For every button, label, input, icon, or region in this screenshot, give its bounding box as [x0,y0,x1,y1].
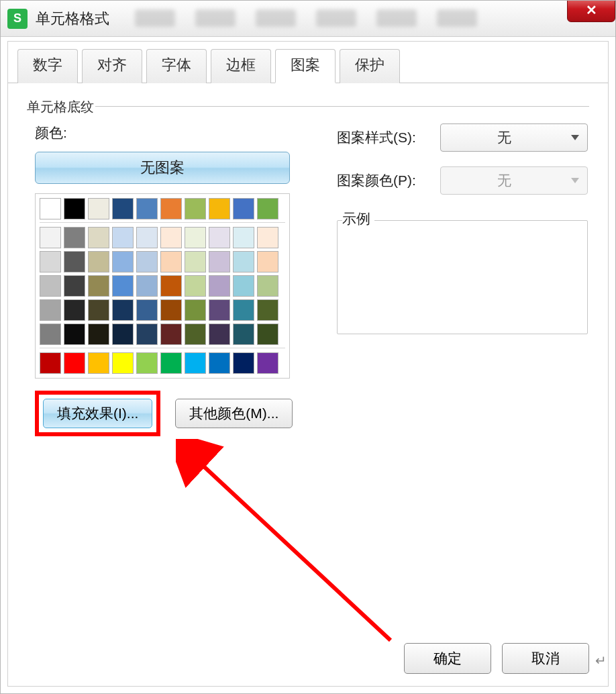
cancel-button[interactable]: 取消 [502,643,589,674]
color-swatch[interactable] [112,352,134,374]
color-swatch[interactable] [209,227,230,248]
no-pattern-label: 无图案 [140,158,185,178]
color-swatch[interactable] [136,227,158,248]
color-swatch[interactable] [64,324,85,345]
color-swatch[interactable] [136,251,158,272]
window-title: 单元格格式 [36,9,109,29]
color-swatch[interactable] [40,299,61,321]
color-swatch[interactable] [136,324,158,345]
fill-effects-label: 填充效果(I)... [57,404,138,423]
color-swatch[interactable] [209,251,230,272]
color-swatch[interactable] [88,299,109,321]
color-swatch[interactable] [88,275,109,297]
dialog-footer: 确定 取消 [404,643,589,674]
color-swatch[interactable] [185,324,206,345]
color-swatch[interactable] [136,198,158,219]
color-swatch[interactable] [233,251,254,272]
color-swatch[interactable] [257,275,278,297]
color-swatch[interactable] [233,198,254,219]
color-swatch[interactable] [88,198,109,219]
color-swatch[interactable] [185,275,206,297]
pattern-style-dropdown[interactable]: 无 [440,123,588,152]
tab-align[interactable]: 对齐 [82,49,142,83]
color-swatch[interactable] [88,324,109,345]
more-colors-button[interactable]: 其他颜色(M)... [175,399,293,428]
color-swatch[interactable] [160,299,182,321]
color-swatch[interactable] [64,251,85,272]
color-swatch[interactable] [185,227,206,248]
color-swatch[interactable] [160,352,182,374]
no-pattern-button[interactable]: 无图案 [35,152,290,184]
color-swatch[interactable] [185,198,206,219]
color-swatch[interactable] [88,227,109,248]
color-swatch[interactable] [233,324,254,345]
color-swatch[interactable] [136,299,158,321]
pattern-color-value: 无 [497,171,511,190]
color-swatch[interactable] [40,251,61,272]
color-swatch[interactable] [257,198,278,219]
color-swatch[interactable] [40,275,61,297]
color-swatch[interactable] [112,299,134,321]
color-swatch[interactable] [40,227,61,248]
left-column: 颜色: 无图案 填充效果(I)... [35,123,323,436]
tab-pattern[interactable]: 图案 [275,49,336,83]
titlebar: S 单元格格式 ✕ [1,1,615,37]
tab-font[interactable]: 字体 [146,49,207,83]
color-swatch[interactable] [209,352,230,374]
color-swatch[interactable] [40,324,61,345]
color-swatch[interactable] [209,198,230,219]
tab-protect[interactable]: 保护 [340,49,400,83]
color-swatch[interactable] [112,227,134,248]
tab-border[interactable]: 边框 [211,49,271,83]
color-swatch[interactable] [209,324,230,345]
color-swatch[interactable] [64,198,85,219]
color-swatch[interactable] [257,324,278,345]
color-swatch[interactable] [185,251,206,272]
more-colors-label: 其他颜色(M)... [189,404,278,423]
ok-button[interactable]: 确定 [404,643,491,674]
color-swatch[interactable] [40,352,61,374]
color-swatch[interactable] [64,275,85,297]
color-swatch[interactable] [233,299,254,321]
background-blur-toolbar [135,5,555,32]
tab-number[interactable]: 数字 [17,49,78,83]
color-swatch[interactable] [40,198,61,219]
color-swatch[interactable] [257,352,278,374]
color-swatch[interactable] [160,275,182,297]
svg-line-1 [196,459,391,640]
color-swatch[interactable] [257,251,278,272]
pattern-color-dropdown: 无 [440,166,588,195]
color-swatch[interactable] [160,251,182,272]
color-swatch[interactable] [112,275,134,297]
color-swatch[interactable] [112,324,134,345]
color-swatch[interactable] [233,275,254,297]
color-swatch[interactable] [64,299,85,321]
color-swatch[interactable] [257,227,278,248]
color-swatch[interactable] [160,198,182,219]
color-swatch[interactable] [136,275,158,297]
color-swatch[interactable] [185,299,206,321]
color-swatch[interactable] [64,352,85,374]
color-swatch[interactable] [112,251,134,272]
tab-content: 单元格底纹 颜色: 无图案 填充效果( [8,83,608,647]
fieldset-legend: 单元格底纹 [27,98,98,116]
color-swatch[interactable] [160,227,182,248]
tab-label: 保护 [355,56,384,73]
dialog-window: S 单元格格式 ✕ 数字 对齐 字体 边框 图案 保护 单元格底纹 颜色: [0,0,616,694]
color-swatch[interactable] [88,251,109,272]
color-swatch[interactable] [233,352,254,374]
color-swatch[interactable] [64,227,85,248]
color-swatch[interactable] [185,352,206,374]
color-swatch[interactable] [209,275,230,297]
right-column: 图案样式(S): 无 图案颜色(P): 无 示例 [337,123,588,334]
color-swatch[interactable] [257,299,278,321]
color-swatch[interactable] [160,324,182,345]
color-swatch[interactable] [233,227,254,248]
color-swatch[interactable] [136,352,158,374]
color-swatch[interactable] [88,352,109,374]
fill-effects-button[interactable]: 填充效果(I)... [43,399,152,428]
close-button[interactable]: ✕ [567,0,615,22]
fieldset-divider [95,106,589,107]
color-swatch[interactable] [209,299,230,321]
color-swatch[interactable] [112,198,134,219]
